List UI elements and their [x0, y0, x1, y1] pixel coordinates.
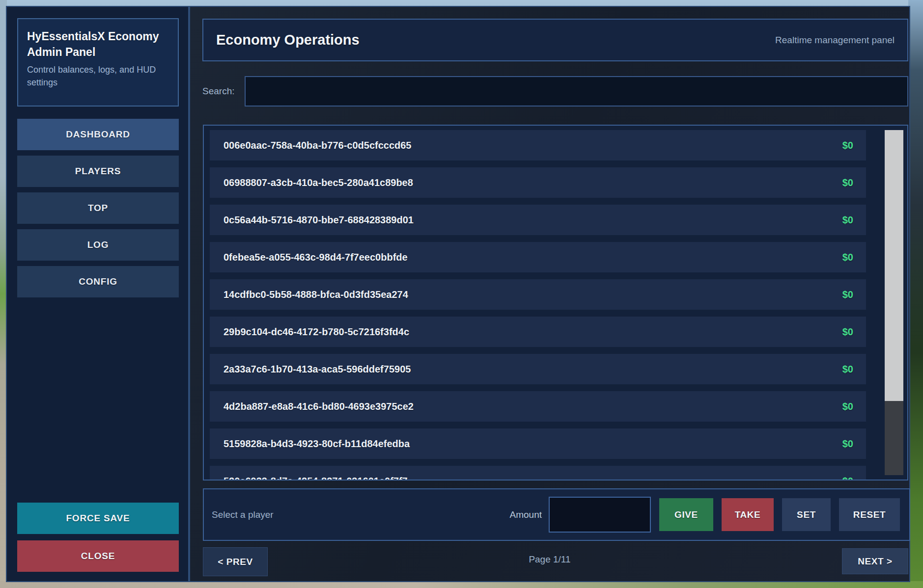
- sidebar-item-config[interactable]: CONFIG: [17, 266, 179, 297]
- player-uuid: 0febea5e-a055-463c-98d4-7f7eec0bbfde: [224, 252, 408, 263]
- take-button[interactable]: TAKE: [722, 498, 774, 531]
- give-button[interactable]: GIVE: [659, 498, 713, 531]
- player-balance: $0: [842, 289, 853, 300]
- sidebar-item-players[interactable]: PLAYERS: [17, 156, 179, 187]
- amount-label: Amount: [510, 509, 542, 520]
- player-row[interactable]: 06988807-a3cb-410a-bec5-280a41c89be8$0: [210, 167, 866, 198]
- action-buttons: GIVETAKESETRESET: [651, 498, 900, 531]
- path-strip: [0, 581, 923, 588]
- player-uuid: 4d2ba887-e8a8-41c6-bd80-4693e3975ce2: [224, 401, 414, 412]
- page-tagline: Realtime management panel: [775, 35, 895, 46]
- player-balance: $0: [842, 177, 853, 188]
- amount-input[interactable]: [549, 497, 651, 533]
- player-row[interactable]: 2a33a7c6-1b70-413a-aca5-596ddef75905$0: [210, 354, 866, 384]
- player-uuid: 006e0aac-758a-40ba-b776-c0d5cfcccd65: [224, 140, 412, 151]
- player-balance: $0: [842, 252, 853, 263]
- scrollbar-thumb[interactable]: [885, 130, 903, 401]
- force-save-button[interactable]: FORCE SAVE: [17, 503, 179, 534]
- player-uuid: 0c56a44b-5716-4870-bbe7-688428389d01: [224, 214, 414, 226]
- player-row[interactable]: 006e0aac-758a-40ba-b776-c0d5cfcccd65$0: [210, 130, 866, 160]
- sidebar-item-log[interactable]: LOG: [17, 229, 179, 261]
- set-button[interactable]: SET: [782, 498, 831, 531]
- page-title: Economy Operations: [216, 32, 360, 48]
- search-label: Search:: [202, 86, 245, 97]
- player-balance: $0: [842, 214, 853, 226]
- sidebar-nav: DASHBOARDPLAYERSTOPLOGCONFIG: [17, 119, 179, 303]
- sidebar-item-top[interactable]: TOP: [17, 192, 179, 224]
- player-uuid: 14cdfbc0-5b58-4888-bfca-0d3fd35ea274: [224, 289, 408, 300]
- admin-panel-window: HyEssentialsX Economy Admin Panel Contro…: [6, 6, 910, 582]
- player-row[interactable]: 29b9c104-dc46-4172-b780-5c7216f3fd4c$0: [210, 317, 866, 347]
- player-row[interactable]: 5159828a-b4d3-4923-80cf-b11d84efedba$0: [210, 428, 866, 459]
- panel-subtitle: Control balances, logs, and HUD settings: [27, 64, 169, 88]
- player-uuid: 2a33a7c6-1b70-413a-aca5-596ddef75905: [224, 364, 411, 375]
- player-balance: $0: [842, 438, 853, 450]
- sidebar-item-dashboard[interactable]: DASHBOARD: [17, 119, 179, 150]
- sidebar-title-card: HyEssentialsX Economy Admin Panel Contro…: [17, 18, 179, 107]
- player-list: 006e0aac-758a-40ba-b776-c0d5cfcccd65$006…: [210, 130, 866, 481]
- trees-strip: [908, 0, 923, 588]
- player-balance: $0: [842, 364, 853, 375]
- selection-hint: Select a player: [212, 509, 274, 520]
- player-balance: $0: [842, 326, 853, 338]
- player-row[interactable]: 14cdfbc0-5b58-4888-bfca-0d3fd35ea274$0: [210, 279, 866, 310]
- player-balance: $0: [842, 140, 853, 151]
- action-bar: Select a player Amount GIVETAKESETRESET: [203, 488, 910, 541]
- player-balance: $0: [842, 401, 853, 412]
- player-uuid: 29b9c104-dc46-4172-b780-5c7216f3fd4c: [224, 326, 409, 338]
- search-row: Search:: [202, 76, 908, 107]
- player-uuid: 520c6933-8d7a-4254-8271-031601c0f7f7: [224, 476, 408, 481]
- player-uuid: 5159828a-b4d3-4923-80cf-b11d84efedba: [224, 438, 410, 450]
- reset-button[interactable]: RESET: [839, 498, 900, 531]
- pagination-bar: < PREV Page 1/11 NEXT >: [190, 547, 909, 577]
- scrollbar-track[interactable]: [885, 130, 903, 475]
- header-card: Economy Operations Realtime management p…: [202, 19, 908, 61]
- player-balance: $0: [842, 476, 853, 481]
- next-page-button[interactable]: NEXT >: [842, 548, 908, 574]
- sidebar: HyEssentialsX Economy Admin Panel Contro…: [6, 6, 189, 582]
- search-input[interactable]: [245, 76, 908, 107]
- player-list-card: 006e0aac-758a-40ba-b776-c0d5cfcccd65$006…: [203, 125, 908, 481]
- player-row[interactable]: 0febea5e-a055-463c-98d4-7f7eec0bbfde$0: [210, 242, 866, 272]
- player-row[interactable]: 0c56a44b-5716-4870-bbe7-688428389d01$0: [210, 205, 866, 235]
- panel-title: HyEssentialsX Economy Admin Panel: [27, 29, 169, 60]
- close-button[interactable]: CLOSE: [17, 540, 179, 572]
- player-uuid: 06988807-a3cb-410a-bec5-280a41c89be8: [224, 177, 413, 188]
- player-row[interactable]: 4d2ba887-e8a8-41c6-bd80-4693e3975ce2$0: [210, 391, 866, 422]
- sidebar-footer: FORCE SAVE CLOSE: [17, 503, 179, 572]
- main-panel: Economy Operations Realtime management p…: [189, 6, 910, 582]
- page-indicator: Page 1/11: [190, 554, 909, 565]
- player-row[interactable]: 520c6933-8d7a-4254-8271-031601c0f7f7$0: [210, 466, 866, 481]
